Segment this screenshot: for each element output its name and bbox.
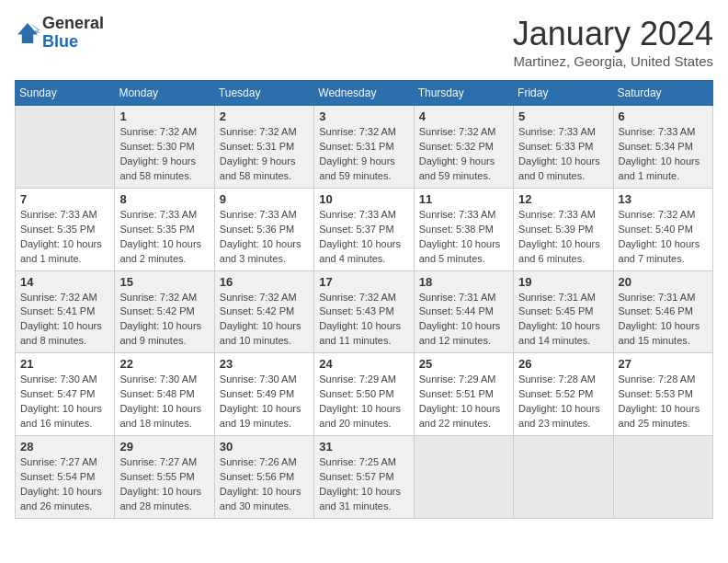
calendar-week-row: 28Sunrise: 7:27 AM Sunset: 5:54 PM Dayli… (16, 436, 713, 519)
day-number: 14 (20, 275, 109, 289)
day-info: Sunrise: 7:33 AM Sunset: 5:33 PM Dayligh… (518, 125, 608, 184)
day-info: Sunrise: 7:33 AM Sunset: 5:35 PM Dayligh… (20, 208, 109, 267)
month-title: January 2024 (513, 15, 713, 53)
day-number: 6 (619, 109, 708, 123)
calendar-cell (16, 106, 115, 189)
day-info: Sunrise: 7:28 AM Sunset: 5:53 PM Dayligh… (619, 373, 708, 431)
day-info: Sunrise: 7:33 AM Sunset: 5:35 PM Dayligh… (119, 208, 209, 267)
day-header-monday: Monday (115, 81, 214, 106)
calendar-week-row: 14Sunrise: 7:32 AM Sunset: 5:41 PM Dayli… (16, 270, 713, 353)
day-info: Sunrise: 7:30 AM Sunset: 5:49 PM Dayligh… (220, 373, 309, 431)
calendar-cell: 28Sunrise: 7:27 AM Sunset: 5:54 PM Dayli… (16, 436, 115, 519)
day-number: 19 (518, 275, 608, 289)
day-number: 23 (220, 357, 309, 371)
day-info: Sunrise: 7:31 AM Sunset: 5:46 PM Dayligh… (619, 291, 708, 350)
day-info: Sunrise: 7:25 AM Sunset: 5:57 PM Dayligh… (319, 455, 408, 514)
calendar-cell (414, 436, 513, 519)
day-header-tuesday: Tuesday (214, 81, 313, 106)
day-info: Sunrise: 7:33 AM Sunset: 5:37 PM Dayligh… (319, 208, 408, 267)
day-number: 30 (220, 440, 309, 454)
calendar-cell: 25Sunrise: 7:29 AM Sunset: 5:51 PM Dayli… (414, 353, 513, 436)
day-info: Sunrise: 7:31 AM Sunset: 5:45 PM Dayligh… (518, 291, 608, 350)
day-header-friday: Friday (514, 81, 613, 106)
calendar-week-row: 7Sunrise: 7:33 AM Sunset: 5:35 PM Daylig… (16, 188, 713, 270)
day-number: 13 (619, 192, 708, 206)
calendar-cell: 6Sunrise: 7:33 AM Sunset: 5:34 PM Daylig… (613, 106, 712, 189)
day-info: Sunrise: 7:32 AM Sunset: 5:42 PM Dayligh… (220, 291, 309, 350)
day-number: 8 (119, 192, 209, 206)
day-info: Sunrise: 7:32 AM Sunset: 5:31 PM Dayligh… (319, 125, 408, 184)
calendar-cell: 8Sunrise: 7:33 AM Sunset: 5:35 PM Daylig… (115, 188, 214, 270)
logo-icon (15, 20, 40, 46)
day-number: 2 (220, 109, 309, 123)
day-number: 10 (319, 192, 408, 206)
day-info: Sunrise: 7:32 AM Sunset: 5:43 PM Dayligh… (319, 291, 408, 350)
day-info: Sunrise: 7:32 AM Sunset: 5:40 PM Dayligh… (619, 208, 708, 267)
day-number: 3 (319, 109, 408, 123)
day-number: 15 (119, 275, 209, 289)
day-number: 28 (20, 440, 109, 454)
calendar-cell: 27Sunrise: 7:28 AM Sunset: 5:53 PM Dayli… (613, 353, 712, 436)
calendar-cell: 19Sunrise: 7:31 AM Sunset: 5:45 PM Dayli… (514, 270, 613, 353)
calendar-cell: 20Sunrise: 7:31 AM Sunset: 5:46 PM Dayli… (613, 270, 712, 353)
day-info: Sunrise: 7:33 AM Sunset: 5:34 PM Dayligh… (619, 125, 708, 184)
calendar-cell: 24Sunrise: 7:29 AM Sunset: 5:50 PM Dayli… (314, 353, 414, 436)
calendar-cell: 5Sunrise: 7:33 AM Sunset: 5:33 PM Daylig… (514, 106, 613, 189)
day-number: 12 (518, 192, 608, 206)
calendar-week-row: 1Sunrise: 7:32 AM Sunset: 5:30 PM Daylig… (16, 106, 713, 189)
calendar-cell: 30Sunrise: 7:26 AM Sunset: 5:56 PM Dayli… (214, 436, 313, 519)
day-info: Sunrise: 7:29 AM Sunset: 5:51 PM Dayligh… (419, 373, 508, 431)
logo-general-text: General (42, 14, 104, 32)
day-number: 29 (119, 440, 209, 454)
calendar-cell: 7Sunrise: 7:33 AM Sunset: 5:35 PM Daylig… (16, 188, 115, 270)
day-number: 24 (319, 357, 408, 371)
calendar-cell: 29Sunrise: 7:27 AM Sunset: 5:55 PM Dayli… (115, 436, 214, 519)
day-number: 31 (319, 440, 408, 454)
day-info: Sunrise: 7:30 AM Sunset: 5:48 PM Dayligh… (119, 373, 209, 431)
logo-blue-text: Blue (42, 32, 78, 51)
calendar-cell: 12Sunrise: 7:33 AM Sunset: 5:39 PM Dayli… (514, 188, 613, 270)
title-block: January 2024 Martinez, Georgia, United S… (513, 15, 713, 69)
logo: General Blue (15, 15, 104, 52)
day-info: Sunrise: 7:30 AM Sunset: 5:47 PM Dayligh… (20, 373, 109, 431)
calendar-cell: 10Sunrise: 7:33 AM Sunset: 5:37 PM Dayli… (314, 188, 414, 270)
calendar-cell: 1Sunrise: 7:32 AM Sunset: 5:30 PM Daylig… (115, 106, 214, 189)
day-info: Sunrise: 7:32 AM Sunset: 5:32 PM Dayligh… (419, 125, 508, 184)
day-number: 22 (119, 357, 209, 371)
day-info: Sunrise: 7:27 AM Sunset: 5:54 PM Dayligh… (20, 455, 109, 514)
page-header: General Blue January 2024 Martinez, Geor… (15, 15, 713, 69)
day-info: Sunrise: 7:32 AM Sunset: 5:31 PM Dayligh… (220, 125, 309, 184)
day-info: Sunrise: 7:33 AM Sunset: 5:38 PM Dayligh… (419, 208, 508, 267)
location-text: Martinez, Georgia, United States (513, 53, 713, 69)
day-number: 17 (319, 275, 408, 289)
calendar-cell: 13Sunrise: 7:32 AM Sunset: 5:40 PM Dayli… (613, 188, 712, 270)
day-number: 7 (20, 192, 109, 206)
day-info: Sunrise: 7:28 AM Sunset: 5:52 PM Dayligh… (518, 373, 608, 431)
day-header-wednesday: Wednesday (314, 81, 414, 106)
day-info: Sunrise: 7:33 AM Sunset: 5:39 PM Dayligh… (518, 208, 608, 267)
calendar-cell: 31Sunrise: 7:25 AM Sunset: 5:57 PM Dayli… (314, 436, 414, 519)
day-info: Sunrise: 7:29 AM Sunset: 5:50 PM Dayligh… (319, 373, 408, 431)
calendar-week-row: 21Sunrise: 7:30 AM Sunset: 5:47 PM Dayli… (16, 353, 713, 436)
calendar-cell: 15Sunrise: 7:32 AM Sunset: 5:42 PM Dayli… (115, 270, 214, 353)
day-number: 5 (518, 109, 608, 123)
calendar-header-row: SundayMondayTuesdayWednesdayThursdayFrid… (16, 81, 713, 106)
day-number: 4 (419, 109, 508, 123)
calendar-cell: 22Sunrise: 7:30 AM Sunset: 5:48 PM Dayli… (115, 353, 214, 436)
calendar-table: SundayMondayTuesdayWednesdayThursdayFrid… (15, 80, 713, 519)
calendar-cell: 23Sunrise: 7:30 AM Sunset: 5:49 PM Dayli… (214, 353, 313, 436)
calendar-cell: 3Sunrise: 7:32 AM Sunset: 5:31 PM Daylig… (314, 106, 414, 189)
day-header-saturday: Saturday (613, 81, 712, 106)
calendar-cell: 17Sunrise: 7:32 AM Sunset: 5:43 PM Dayli… (314, 270, 414, 353)
calendar-cell: 4Sunrise: 7:32 AM Sunset: 5:32 PM Daylig… (414, 106, 513, 189)
day-info: Sunrise: 7:31 AM Sunset: 5:44 PM Dayligh… (419, 291, 508, 350)
calendar-cell (613, 436, 712, 519)
day-number: 16 (220, 275, 309, 289)
calendar-cell: 9Sunrise: 7:33 AM Sunset: 5:36 PM Daylig… (214, 188, 313, 270)
day-info: Sunrise: 7:33 AM Sunset: 5:36 PM Dayligh… (220, 208, 309, 267)
day-number: 1 (119, 109, 209, 123)
calendar-cell: 2Sunrise: 7:32 AM Sunset: 5:31 PM Daylig… (214, 106, 313, 189)
calendar-cell: 14Sunrise: 7:32 AM Sunset: 5:41 PM Dayli… (16, 270, 115, 353)
day-header-sunday: Sunday (16, 81, 115, 106)
day-header-thursday: Thursday (414, 81, 513, 106)
